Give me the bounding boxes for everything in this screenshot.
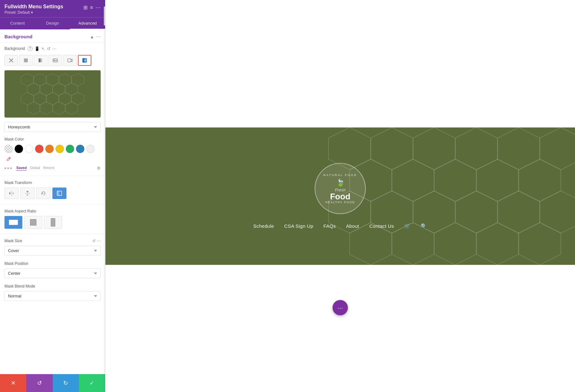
swatch-yellow[interactable] (56, 145, 64, 153)
svg-marker-16 (53, 83, 65, 95)
svg-marker-15 (40, 83, 52, 95)
nav-about[interactable]: About (346, 223, 359, 229)
swatch-blue[interactable] (76, 145, 84, 153)
panel-preset[interactable]: Preset: Default ▾ (4, 10, 63, 15)
mask-size-more[interactable]: ⋯ (97, 239, 101, 243)
pattern-dropdown-row: Honeycomb Dots Lines Cross Diamonds (0, 121, 105, 135)
swatch-red[interactable] (35, 145, 43, 153)
svg-marker-14 (27, 83, 40, 95)
mask-size-dropdown[interactable]: Cover Contain Auto Custom (4, 246, 101, 256)
cancel-button[interactable]: ✕ (0, 374, 26, 392)
color-tab-saved[interactable]: Saved (16, 166, 27, 171)
color-settings-icon[interactable]: ⚙ (97, 166, 101, 171)
fab-button[interactable]: ··· (333, 300, 348, 315)
window-icon[interactable]: ⊞ (83, 4, 88, 11)
bg-type-color[interactable] (19, 55, 33, 66)
svg-marker-19 (34, 92, 46, 105)
swatch-orange[interactable] (45, 145, 54, 153)
svg-marker-48 (540, 191, 575, 233)
mask-size-dropdown-row: Cover Contain Auto Custom (0, 244, 105, 259)
bg-more-icon[interactable]: ⋯ (52, 46, 57, 51)
mask-size-reset[interactable]: ↺ (92, 239, 96, 243)
section-header-actions: ▲ ⋯ (90, 34, 101, 39)
undo-icon[interactable]: ↺ (47, 46, 50, 51)
transform-rotate[interactable] (36, 188, 50, 199)
search-icon[interactable]: 🔍 (421, 223, 427, 229)
svg-marker-17 (65, 83, 78, 95)
cursor-icon[interactable]: ↖ (42, 46, 45, 51)
transform-flip-v[interactable] (20, 188, 34, 199)
hero-nav: Schedule CSA Sign Up FAQs About Contact … (253, 223, 427, 229)
mask-size-label: Mask Size (4, 239, 22, 243)
transform-flip-h[interactable] (4, 188, 19, 199)
bg-type-video[interactable] (63, 55, 77, 66)
logo-circle: NATURAL FOOD 🍃 Fresh Food HEALTHY FOOD (315, 163, 366, 214)
mask-blend-dropdown[interactable]: Normal Multiply Screen Overlay Darken Li… (4, 291, 101, 301)
tab-advanced[interactable]: Advanced (70, 18, 105, 29)
divider-2 (0, 204, 105, 204)
svg-marker-37 (540, 127, 575, 170)
eyedropper-button[interactable] (4, 155, 13, 163)
svg-marker-9 (21, 73, 34, 86)
svg-marker-24 (40, 102, 52, 114)
swatch-white[interactable] (25, 145, 33, 153)
save-button[interactable]: ✓ (79, 374, 105, 392)
swatch-black[interactable] (15, 145, 23, 153)
svg-marker-40 (434, 159, 476, 201)
nav-csa-signup[interactable]: CSA Sign Up (284, 223, 313, 229)
mask-aspect-label: Mask Aspect Ratio (4, 209, 36, 213)
bg-type-mask[interactable] (78, 55, 91, 66)
section-more-icon[interactable]: ⋯ (96, 34, 101, 39)
mobile-icon[interactable]: 📱 (34, 46, 40, 51)
mask-size-actions: ↺ ⋯ (92, 239, 101, 243)
svg-marker-51 (434, 222, 476, 265)
aspect-square[interactable] (24, 216, 42, 229)
svg-marker-52 (476, 222, 518, 265)
collapse-icon[interactable]: ▲ (90, 34, 94, 39)
reset-button[interactable]: ↺ (26, 374, 52, 392)
svg-marker-39 (392, 159, 434, 201)
svg-marker-10 (34, 73, 46, 86)
panel-header-icons: ⊞ ≡ ⋯ (83, 4, 101, 11)
divider-3 (0, 234, 105, 234)
swatch-green[interactable] (66, 145, 74, 153)
svg-marker-21 (59, 92, 71, 105)
aspect-tall[interactable] (44, 216, 62, 229)
preview-hero: NATURAL FOOD 🍃 Fresh Food HEALTHY FOOD S… (105, 127, 575, 265)
bg-type-gradient[interactable] (34, 55, 47, 66)
transform-reset[interactable] (52, 188, 66, 199)
tab-design[interactable]: Design (35, 18, 70, 29)
panel-title-area: Fullwidth Menu Settings Preset: Default … (4, 4, 63, 15)
tab-content[interactable]: Content (0, 18, 35, 29)
cart-icon[interactable]: 🛒 (404, 223, 410, 229)
layout-icon[interactable]: ≡ (90, 5, 93, 11)
bg-type-image[interactable] (49, 55, 62, 66)
nav-faqs[interactable]: FAQs (324, 223, 336, 229)
fab-icon: ··· (338, 304, 343, 311)
mask-position-dropdown[interactable]: Center Top Left Top Center Top Right Bot… (4, 268, 101, 278)
aspect-wide[interactable] (4, 216, 22, 229)
color-tab-recent[interactable]: Recent (43, 166, 54, 171)
svg-marker-47 (497, 191, 540, 233)
redo-button[interactable]: ↻ (53, 374, 79, 392)
svg-marker-34 (413, 127, 455, 170)
bg-type-icons (0, 53, 105, 68)
swatch-checkered[interactable] (4, 145, 13, 153)
panel-title: Fullwidth Menu Settings (4, 4, 63, 10)
help-icon[interactable]: ? (27, 46, 33, 51)
color-tabs: Saved Global Recent ⚙ (0, 166, 105, 174)
preview-white-bottom (105, 265, 575, 392)
swatch-light[interactable] (86, 145, 95, 153)
cancel-icon: ✕ (11, 380, 16, 387)
pattern-dropdown[interactable]: Honeycomb Dots Lines Cross Diamonds (4, 122, 101, 132)
bg-type-none[interactable] (4, 55, 18, 66)
color-tab-global[interactable]: Global (30, 166, 40, 171)
mask-aspect-header: Mask Aspect Ratio (0, 206, 105, 215)
more-options-icon[interactable]: ⋯ (96, 4, 101, 11)
nav-schedule[interactable]: Schedule (253, 223, 274, 229)
nav-contact[interactable]: Contact Us (369, 223, 394, 229)
svg-marker-33 (371, 127, 413, 170)
background-preview (4, 70, 101, 118)
svg-rect-8 (82, 58, 85, 63)
svg-marker-46 (455, 191, 497, 233)
